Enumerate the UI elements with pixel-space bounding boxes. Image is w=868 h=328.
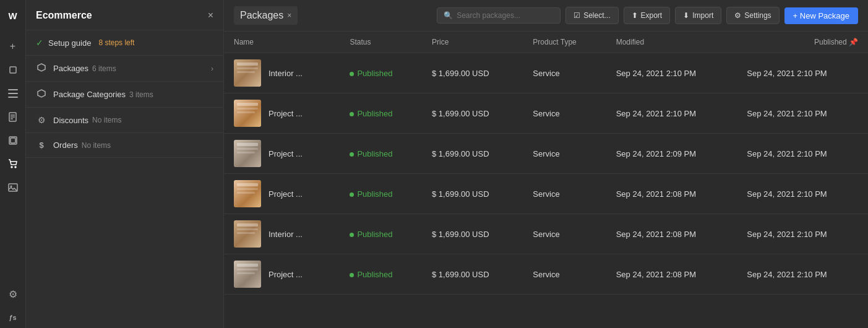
cell-published: Sep 24, 2021 2:10 PM [737, 134, 868, 174]
export-label: Export [641, 11, 663, 20]
cell-status: Published [340, 254, 422, 295]
package-categories-text: Package Categories 3 items [53, 90, 213, 99]
sidebar-close-button[interactable]: × [208, 10, 213, 21]
cell-price: $ 1,699.00 USD [422, 254, 523, 295]
svg-point-11 [15, 166, 16, 168]
status-dot [350, 152, 354, 157]
packages-table-container: Name Status Price Product Type Modified … [224, 32, 868, 328]
package-name: Project ... [269, 109, 303, 118]
package-thumbnail [234, 100, 261, 127]
cell-product-type: Service [523, 254, 606, 295]
settings-gear-icon: ⚙ [734, 11, 741, 20]
cell-name: Project ... [224, 254, 340, 295]
layers-icon[interactable] [2, 130, 24, 151]
cart-icon[interactable] [2, 153, 24, 175]
package-name: Project ... [269, 270, 303, 279]
discounts-icon: ⚙ [36, 115, 47, 125]
search-input[interactable] [457, 11, 554, 20]
package-thumbnail [234, 220, 261, 248]
sidebar-item-discounts[interactable]: ⚙ Discounts No items [26, 108, 223, 133]
cell-status: Published [340, 134, 422, 174]
cell-product-type: Service [523, 174, 606, 214]
sidebar: Ecommerce × ✓ Setup guide 8 steps left P… [26, 0, 224, 328]
cell-product-type: Service [523, 53, 606, 93]
discounts-count: No items [92, 116, 121, 124]
package-name: Project ... [269, 149, 303, 158]
check-icon: ✓ [36, 38, 43, 48]
search-box[interactable]: 🔍 [437, 7, 561, 24]
list-icon[interactable] [2, 83, 24, 104]
packages-text: Packages 6 items [53, 64, 205, 73]
status-dot [350, 72, 354, 76]
settings-label: Settings [744, 11, 771, 20]
orders-text: Orders No items [53, 140, 213, 150]
cell-price: $ 1,699.00 USD [422, 53, 523, 93]
cell-modified: Sep 24, 2021 2:10 PM [606, 53, 737, 93]
import-label: Import [692, 11, 713, 20]
cell-published: Sep 24, 2021 2:10 PM [737, 214, 868, 254]
packages-label: Packages [53, 64, 88, 73]
settings-icon[interactable]: ⚙ [2, 283, 24, 304]
col-price: Price [422, 32, 523, 53]
table-row[interactable]: Project ... Published $ 1,699.00 USD Ser… [224, 254, 868, 295]
package-name: Interior ... [269, 69, 303, 78]
cell-name: Project ... [224, 93, 340, 134]
cell-price: $ 1,699.00 USD [422, 134, 523, 174]
sidebar-item-orders[interactable]: $ Orders No items [26, 133, 223, 158]
new-package-label: + New Package [793, 11, 849, 20]
sidebar-item-packages[interactable]: Packages 6 items › [26, 56, 223, 82]
plus-icon[interactable]: + [2, 36, 24, 57]
svg-marker-14 [38, 64, 45, 71]
discounts-text: Discounts No items [53, 116, 213, 125]
cell-price: $ 1,699.00 USD [422, 93, 523, 134]
select-button[interactable]: ☑ Select... [565, 7, 618, 24]
cell-modified: Sep 24, 2021 2:08 PM [606, 254, 737, 295]
cell-name: Project ... [224, 134, 340, 174]
table-row[interactable]: Project ... Published $ 1,699.00 USD Ser… [224, 93, 868, 134]
package-categories-count: 3 items [129, 90, 153, 99]
import-button[interactable]: ⬇ Import [675, 7, 721, 24]
tab-close-icon[interactable]: × [287, 11, 291, 20]
status-badge: Published [350, 189, 392, 199]
packages-count: 6 items [92, 64, 116, 73]
package-categories-label: Package Categories [53, 90, 126, 99]
table-row[interactable]: Interior ... Published $ 1,699.00 USD Se… [224, 53, 868, 93]
search-icon: 🔍 [444, 11, 453, 20]
sidebar-item-package-categories[interactable]: Package Categories 3 items [26, 82, 223, 108]
status-dot [350, 273, 354, 277]
packages-tab[interactable]: Packages × [234, 6, 298, 25]
icon-rail: W + ⚙ ƒs [0, 0, 26, 328]
status-badge: Published [350, 69, 392, 78]
cell-status: Published [340, 53, 422, 93]
package-name: Project ... [269, 189, 303, 199]
cell-modified: Sep 24, 2021 2:09 PM [606, 134, 737, 174]
svg-rect-1 [8, 89, 18, 90]
cell-published: Sep 24, 2021 2:10 PM [737, 53, 868, 93]
sidebar-item-setup-guide[interactable]: ✓ Setup guide 8 steps left [26, 30, 223, 56]
table-row[interactable]: Interior ... Published $ 1,699.00 USD Se… [224, 214, 868, 254]
settings-button[interactable]: ⚙ Settings [726, 7, 779, 24]
file-icon[interactable] [2, 106, 24, 127]
orders-icon: $ [36, 140, 47, 150]
logo-icon[interactable]: W [2, 5, 24, 26]
col-name: Name [224, 32, 340, 53]
image-icon[interactable] [2, 177, 24, 198]
code-icon[interactable]: ƒs [2, 307, 24, 328]
package-thumbnail [234, 140, 261, 167]
pin-icon[interactable]: 📌 [849, 38, 858, 46]
svg-rect-9 [11, 138, 15, 143]
cell-status: Published [340, 174, 422, 214]
table-row[interactable]: Project ... Published $ 1,699.00 USD Ser… [224, 174, 868, 214]
cell-status: Published [340, 214, 422, 254]
table-row[interactable]: Project ... Published $ 1,699.00 USD Ser… [224, 134, 868, 174]
package-thumbnail [234, 180, 261, 207]
export-button[interactable]: ⬆ Export [624, 7, 671, 24]
package-thumbnail [234, 261, 261, 288]
box-icon[interactable] [2, 59, 24, 80]
cell-status: Published [340, 93, 422, 134]
cell-name: Interior ... [224, 53, 340, 93]
status-dot [350, 192, 354, 197]
new-package-button[interactable]: + New Package [784, 7, 858, 24]
packages-icon [36, 63, 47, 74]
export-icon: ⬆ [632, 11, 638, 20]
